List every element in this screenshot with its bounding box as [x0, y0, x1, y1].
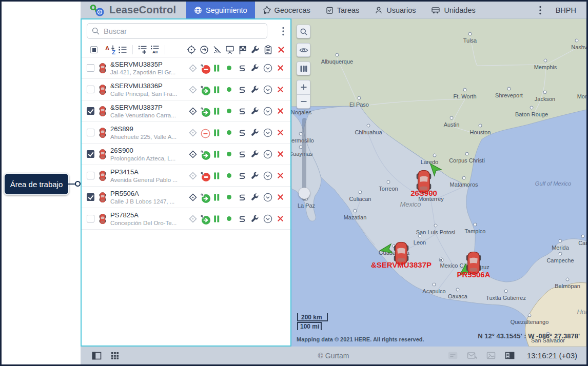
- sensor-state-icon: [236, 62, 248, 75]
- unit-checkbox[interactable]: [87, 107, 94, 115]
- remove-all-icon[interactable]: [275, 44, 287, 56]
- unit-row[interactable]: &SERVMU3835P Jal-421, Zapotlán El Gr...: [82, 57, 290, 79]
- unit-name[interactable]: 26S900: [110, 147, 185, 154]
- locate-crosshair-icon[interactable]: [186, 169, 199, 182]
- tab-seguimiento[interactable]: Seguimiento: [186, 2, 255, 18]
- collapse-panel-icon[interactable]: [92, 352, 102, 360]
- unit-menu-chevron-icon[interactable]: [261, 191, 274, 204]
- arrow-circle-icon[interactable]: [198, 44, 210, 56]
- map-visibility-button[interactable]: [297, 43, 310, 57]
- unit-name[interactable]: PR5506A: [110, 190, 185, 197]
- unit-name[interactable]: PS7825A: [110, 211, 185, 219]
- brand[interactable]: LeaseControl: [81, 2, 186, 18]
- target-icon[interactable]: [185, 44, 198, 56]
- unit-name[interactable]: PP3415A: [110, 168, 185, 176]
- unit-row[interactable]: 26S900 Prolongación Azteca, L...: [82, 144, 290, 165]
- unit-checkbox[interactable]: [87, 215, 94, 222]
- properties-wrench-icon[interactable]: [248, 105, 261, 118]
- unit-name[interactable]: 26S899: [110, 125, 185, 133]
- unit-checkbox[interactable]: [87, 150, 94, 158]
- panel-menu-icon[interactable]: [280, 25, 286, 38]
- map-city-dot: [439, 258, 444, 262]
- unit-row[interactable]: &SERVMU3837P Calle Venustiano Carra...: [82, 100, 290, 122]
- map-label: Quezaltenango: [511, 319, 549, 325]
- unit-checkbox[interactable]: [87, 129, 94, 136]
- finish-flag-icon[interactable]: [236, 44, 249, 56]
- split-view-icon[interactable]: [505, 352, 515, 359]
- list-icon[interactable]: [116, 44, 129, 56]
- properties-wrench-icon[interactable]: [248, 169, 261, 182]
- tab-usuarios[interactable]: Usuarios: [367, 2, 423, 18]
- unit-row[interactable]: PR5506A Calle J B Lobos 1247, ...: [82, 187, 290, 208]
- remove-unit-icon[interactable]: [274, 105, 287, 118]
- remove-unit-icon[interactable]: [274, 126, 287, 139]
- wrench-icon[interactable]: [249, 44, 262, 56]
- locate-crosshair-icon[interactable]: [186, 62, 199, 75]
- tab-tareas[interactable]: Tareas: [318, 2, 367, 18]
- unit-menu-chevron-icon[interactable]: [261, 105, 274, 118]
- tab-unidades[interactable]: Unidades: [423, 2, 483, 18]
- map-label: San Luis Potosi: [416, 229, 455, 235]
- unit-row[interactable]: &SERVMU3836P Calle Principal, San Fra...: [82, 79, 290, 100]
- locate-crosshair-icon[interactable]: [186, 148, 199, 161]
- unit-row[interactable]: PS7825A Concepción Del Oro-Te...: [82, 208, 290, 230]
- map-city-dot: [463, 88, 467, 92]
- unit-checkbox[interactable]: [87, 172, 94, 179]
- map-label: Nashvi: [571, 44, 586, 50]
- sort-az-icon[interactable]: A Z: [104, 44, 116, 56]
- show-all-icon[interactable]: All: [149, 44, 161, 56]
- properties-wrench-icon[interactable]: [248, 83, 261, 96]
- unit-menu-chevron-icon[interactable]: [261, 83, 274, 96]
- messages-icon[interactable]: [467, 352, 477, 360]
- unit-menu-chevron-icon[interactable]: [261, 126, 274, 139]
- properties-wrench-icon[interactable]: [248, 212, 261, 226]
- unit-menu-chevron-icon[interactable]: [261, 212, 274, 226]
- remove-unit-icon[interactable]: [274, 62, 287, 75]
- satellite-off-icon[interactable]: [210, 44, 223, 56]
- map-city-dot: [504, 290, 508, 293]
- account-name[interactable]: BHPH: [556, 6, 576, 14]
- properties-wrench-icon[interactable]: [248, 148, 261, 161]
- clipboard-icon[interactable]: [262, 44, 275, 56]
- tab-geocercas[interactable]: Geocercas: [255, 2, 318, 18]
- unit-menu-chevron-icon[interactable]: [261, 169, 274, 182]
- remove-unit-icon[interactable]: [274, 169, 287, 182]
- unit-checkbox[interactable]: [87, 193, 94, 201]
- unit-name[interactable]: &SERVMU3837P: [110, 104, 185, 111]
- apps-grid-icon[interactable]: [111, 352, 119, 360]
- properties-wrench-icon[interactable]: [248, 126, 261, 139]
- search-input[interactable]: [87, 23, 267, 39]
- unit-menu-chevron-icon[interactable]: [261, 148, 274, 161]
- unit-row[interactable]: PP3415A Avenida General Pablo ...: [82, 165, 290, 187]
- unit-row[interactable]: 26S899 Ahuehuete 225, Valle A...: [82, 122, 290, 144]
- map-label: Leon: [414, 239, 426, 246]
- locate-crosshair-icon[interactable]: [186, 212, 199, 226]
- remove-unit-icon[interactable]: [274, 148, 287, 161]
- notices-card-icon[interactable]: [448, 352, 458, 359]
- zoom-in-button[interactable]: [297, 80, 310, 95]
- properties-wrench-icon[interactable]: [248, 191, 261, 204]
- media-image-icon[interactable]: [486, 352, 496, 359]
- monitor-icon[interactable]: [223, 44, 236, 56]
- properties-wrench-icon[interactable]: [248, 62, 261, 75]
- remove-unit-icon[interactable]: [274, 191, 287, 204]
- locate-crosshair-icon[interactable]: [186, 105, 199, 118]
- locate-crosshair-icon[interactable]: [186, 126, 199, 139]
- more-menu-icon[interactable]: [539, 6, 541, 15]
- unit-name[interactable]: &SERVMU3836P: [110, 82, 185, 90]
- locate-crosshair-icon[interactable]: [186, 83, 199, 96]
- locate-crosshair-icon[interactable]: [186, 191, 199, 204]
- remove-unit-icon[interactable]: [274, 83, 287, 96]
- map-search-button[interactable]: [297, 25, 310, 38]
- unit-checkbox[interactable]: [87, 86, 94, 93]
- unit-checkbox[interactable]: [87, 64, 94, 72]
- unit-name[interactable]: &SERVMU3835P: [110, 60, 185, 68]
- zoom-slider-handle[interactable]: [299, 188, 310, 199]
- zoom-out-button[interactable]: [297, 95, 310, 109]
- remove-unit-icon[interactable]: [274, 212, 287, 226]
- add-to-list-icon[interactable]: [136, 44, 149, 56]
- map-layers-button[interactable]: [297, 62, 310, 75]
- map[interactable]: AlbuquerqueTulsaNashviMemphisEl PasoFt. …: [291, 18, 586, 347]
- unit-menu-chevron-icon[interactable]: [261, 62, 274, 75]
- select-indeterminate-checkbox[interactable]: [88, 44, 100, 56]
